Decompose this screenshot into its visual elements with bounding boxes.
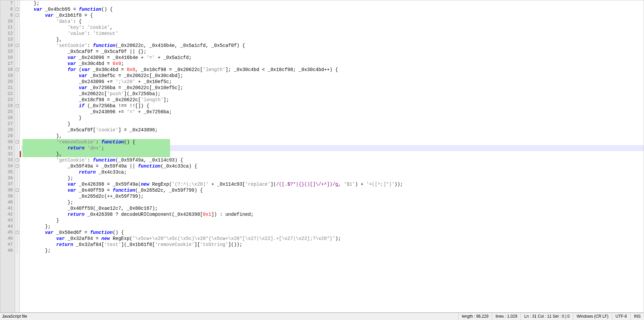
line-number[interactable]: 35 — [0, 169, 15, 175]
code-line[interactable]: }, — [21, 151, 644, 157]
code-line[interactable]: }, — [21, 133, 644, 139]
fold-column[interactable]: ---------- — [15, 0, 20, 312]
code-line[interactable]: _0x243096 += '=' + _0x7256ba; — [21, 109, 644, 115]
line-number[interactable]: 44 — [0, 223, 15, 230]
code-editor[interactable]: }; var _0x4bcb95 = function() { var _0x1… — [21, 0, 644, 312]
code-line[interactable]: } — [21, 121, 644, 127]
status-length: length : 96.229 — [458, 313, 492, 320]
code-line[interactable]: 'key': 'cookie', — [21, 24, 644, 30]
line-number[interactable]: 16 — [0, 55, 15, 61]
code-line[interactable]: }; — [21, 199, 644, 205]
code-line[interactable]: _0x18cf98 = _0x20622c['length']; — [21, 97, 644, 103]
line-number[interactable]: 11 — [0, 24, 15, 30]
line-number[interactable]: 18 — [0, 67, 15, 73]
code-line[interactable]: var _0x4bcb95 = function() { — [21, 6, 644, 12]
line-number[interactable]: 19 — [0, 73, 15, 79]
editor-container: 7891011121314151617181920212223242526272… — [0, 0, 644, 313]
code-line[interactable]: }; — [21, 0, 644, 6]
line-number[interactable]: 14 — [0, 43, 15, 49]
code-line[interactable]: }; — [21, 248, 644, 254]
code-line[interactable]: return _0x32af84['test'](_0x1b61f8['remo… — [21, 242, 644, 248]
line-number[interactable]: 13 — [0, 37, 15, 43]
status-encoding[interactable]: UTF-8 — [612, 313, 630, 320]
status-insert-mode[interactable]: INS — [630, 313, 644, 320]
line-number[interactable]: 22 — [0, 91, 15, 97]
line-number[interactable]: 47 — [0, 242, 15, 248]
code-line[interactable]: _0x20622c['push'](_0x7256ba); — [21, 91, 644, 97]
line-number[interactable]: 25 — [0, 109, 15, 115]
line-number[interactable]: 26 — [0, 115, 15, 121]
code-line[interactable]: var _0x243096 = _0x416b4e + '=' + _0x5a1… — [21, 55, 644, 61]
line-number[interactable]: 33 — [0, 157, 15, 163]
line-number[interactable]: 34 — [0, 163, 15, 169]
code-line[interactable]: 'value': 'timeout' — [21, 30, 644, 37]
code-line[interactable]: 'getCookie': function(_0x59f49a, _0x114c… — [21, 157, 644, 163]
line-number[interactable]: 8 — [0, 6, 15, 12]
line-number[interactable]: 20 — [0, 79, 15, 85]
line-number[interactable]: 38 — [0, 187, 15, 193]
code-line[interactable]: return _0x4c33ca; — [21, 169, 644, 175]
code-line[interactable]: }; — [21, 223, 644, 230]
line-number[interactable]: 42 — [0, 211, 15, 217]
code-line[interactable]: 'setCookie': function(_0x20622c, _0x416b… — [21, 43, 644, 49]
code-line[interactable]: var _0x30c4bd = 0x0; — [21, 61, 644, 67]
code-line[interactable]: } — [21, 115, 644, 121]
line-number[interactable]: 7 — [0, 0, 15, 6]
line-number[interactable]: 28 — [0, 127, 15, 133]
code-line[interactable]: var _0x7256ba = _0x20622c[_0x10ef5c]; — [21, 85, 644, 91]
code-line[interactable]: for (var _0x30c4bd = 0x0, _0x18cf98 = _0… — [21, 67, 644, 73]
line-number[interactable]: 10 — [0, 18, 15, 24]
line-number[interactable]: 39 — [0, 193, 15, 199]
line-number[interactable]: 41 — [0, 205, 15, 211]
code-line[interactable]: var _0x1b61f8 = { — [21, 12, 644, 18]
code-line[interactable]: var _0x426398 = _0x59f49a(new RegExp('(?… — [21, 181, 644, 187]
code-line[interactable]: }, — [21, 37, 644, 43]
line-number[interactable]: 30 — [0, 139, 15, 145]
line-number[interactable]: 37 — [0, 181, 15, 187]
code-line[interactable]: var _0x40ff59 = function(_0x265d2c, _0x5… — [21, 187, 644, 193]
code-line[interactable]: }; — [21, 175, 644, 181]
line-number[interactable]: 36 — [0, 175, 15, 181]
code-line[interactable]: } — [21, 217, 644, 223]
status-lines: lines : 1.029 — [492, 313, 521, 320]
line-number[interactable]: 48 — [0, 248, 15, 254]
line-number[interactable]: 32 — [0, 151, 15, 157]
line-number[interactable]: 12 — [0, 30, 15, 37]
code-line[interactable]: 'removeCookie': function() { — [21, 139, 644, 145]
line-number[interactable]: 15 — [0, 49, 15, 55]
line-number[interactable]: 40 — [0, 199, 15, 205]
line-number[interactable]: 29 — [0, 133, 15, 139]
code-line[interactable]: var _0x56ed6f = function() { — [21, 230, 644, 236]
code-line[interactable]: _0x40ff59(_0xae12c7, _0x80c167); — [21, 205, 644, 211]
code-line[interactable]: if (_0x7256ba !== !![]) { — [21, 103, 644, 109]
line-number[interactable]: 23 — [0, 97, 15, 103]
line-number[interactable]: 45 — [0, 230, 15, 236]
line-number[interactable]: 31 — [0, 145, 15, 151]
code-line[interactable]: return _0x426398 ? decodeURIComponent(_0… — [21, 211, 644, 217]
code-line[interactable]: var _0x10ef5c = _0x20622c[_0x30c4bd]; — [21, 73, 644, 79]
line-number[interactable]: 27 — [0, 121, 15, 127]
line-number-gutter[interactable]: 7891011121314151617181920212223242526272… — [0, 0, 15, 312]
code-line[interactable]: _0x243096 += ';\x20' + _0x10ef5c; — [21, 79, 644, 85]
line-number[interactable]: 43 — [0, 217, 15, 223]
status-eol[interactable]: Windows (CR LF) — [573, 313, 612, 320]
code-line[interactable]: return 'dev'; — [21, 145, 644, 151]
code-line[interactable]: _0x5caf0f['cookie'] = _0x243096; — [21, 127, 644, 133]
code-line[interactable]: 'data': { — [21, 18, 644, 24]
code-line[interactable]: var _0x32af84 = new RegExp('\x5cw+\x20*\… — [21, 236, 644, 242]
status-bar: JavaScript file length : 96.229 lines : … — [0, 313, 644, 320]
status-file-type: JavaScript file — [0, 313, 458, 320]
line-number[interactable]: 24 — [0, 103, 15, 109]
line-number[interactable]: 46 — [0, 236, 15, 242]
line-number[interactable]: 9 — [0, 12, 15, 18]
code-line[interactable]: _0x5caf0f = _0x5caf0f || {}; — [21, 49, 644, 55]
code-line[interactable]: _0x265d2c(++_0x59f799); — [21, 193, 644, 199]
line-number[interactable]: 21 — [0, 85, 15, 91]
code-line[interactable]: _0x59f49a = _0x59f49a || function(_0x4c3… — [21, 163, 644, 169]
line-number[interactable]: 17 — [0, 61, 15, 67]
status-position: Ln : 31 Col : 11 Sel : 0 | 0 — [521, 313, 573, 320]
